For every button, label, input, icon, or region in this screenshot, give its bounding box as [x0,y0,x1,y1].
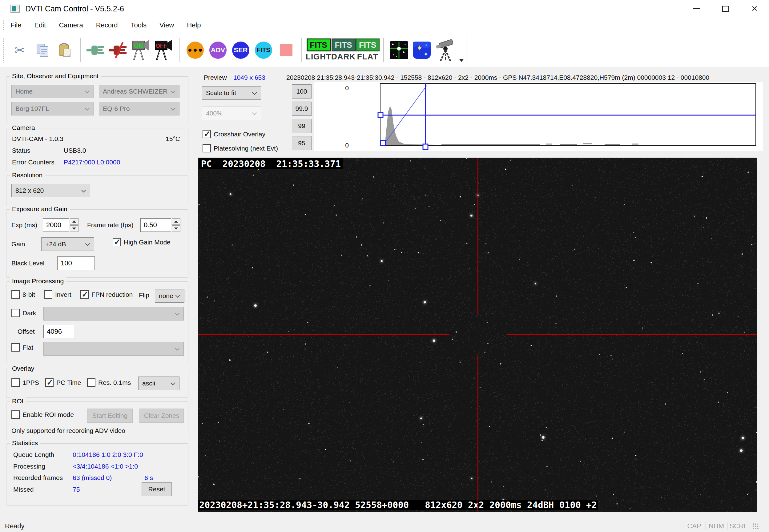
maximize-button[interactable] [711,0,740,17]
goto-telescope-button[interactable] [433,36,456,64]
histogram-plot[interactable] [380,83,756,148]
white-point-handle[interactable] [423,144,428,150]
mount-select[interactable]: EQ-6 Pro [99,102,179,115]
res01-checkbox-row[interactable]: Res. 0.1ms [87,378,131,387]
observer-select[interactable]: Andreas SCHWEIZER [99,85,179,98]
resize-grip[interactable] [752,523,759,529]
pps-checkbox[interactable] [11,378,20,387]
framerate-stepper[interactable] [172,218,180,232]
site-select-value: Home [15,88,33,95]
cut-button[interactable]: ✂ [8,36,31,64]
high-gain-checkbox-row[interactable]: High Gain Mode [113,238,171,246]
image-processing-group: Image Processing 8-bit Invert FPN reduct… [6,281,188,363]
bit8-checkbox-row[interactable]: 8-bit [11,290,35,299]
crosshair-checkbox-row[interactable]: Crosshair Overlay [203,130,265,138]
offset-input[interactable] [43,325,74,338]
close-icon: ✕ [751,5,758,13]
stretch-999-button[interactable]: 99.9 [292,102,312,116]
dark-checkbox[interactable] [11,309,20,317]
telescope-select[interactable]: Borg 107FL [11,102,94,115]
flat-file-select[interactable] [43,342,184,356]
fits-flat-button[interactable]: FITS FLAT [356,36,380,64]
bit8-checkbox[interactable] [11,290,20,299]
connect-button[interactable] [85,36,107,64]
toolbar-separator [383,38,384,62]
toolbar-drag-handle[interactable] [2,38,4,62]
paste-button[interactable] [54,36,77,64]
overlay-format-select[interactable]: ascii [138,377,179,390]
roi-enable-checkbox[interactable] [11,410,20,419]
fits-light-icon: FITS [307,38,331,51]
menu-edit[interactable]: Edit [28,17,52,33]
menu-view[interactable]: View [153,17,180,33]
menu-camera[interactable]: Camera [52,17,89,33]
black-level-input[interactable] [57,256,95,270]
level-handle[interactable] [378,113,383,118]
resolution-select[interactable]: 812 x 620 [11,184,90,197]
flat-checkbox[interactable] [11,343,20,352]
gain-select-value: +24 dB [45,240,66,248]
exposure-input[interactable] [43,218,69,232]
preview-image-area[interactable]: PC 20230208 21:35:33.371 20230208+21:35:… [198,158,757,512]
record-generic-button[interactable] [184,36,207,64]
platesolve-button[interactable]: ✦ ✦ ✦ [410,36,433,64]
fpn-checkbox-row[interactable]: FPN reduction [80,290,133,299]
record-ser-button[interactable]: SER [229,36,252,64]
menu-record[interactable]: Record [90,17,124,33]
stretch-100-button[interactable]: 100 [292,84,312,99]
star-detect-button[interactable] [388,36,410,64]
invert-checkbox-row[interactable]: Invert [44,290,71,299]
record-adv-button[interactable]: ADV [207,36,229,64]
high-gain-checkbox[interactable] [113,238,121,246]
stop-button[interactable] [275,36,298,64]
menu-file[interactable]: File [4,17,28,33]
framerate-input[interactable] [140,218,171,232]
stretch-95-button[interactable]: 95 [292,136,312,150]
toolbar-overflow-icon[interactable] [459,59,464,62]
camera-on-button[interactable]: ON [130,36,153,64]
platesolving-checkbox-row[interactable]: Platesolving (next Evt) [203,144,278,152]
image-processing-title: Image Processing [10,277,66,285]
mount-select-value: EQ-6 Pro [103,105,130,112]
fits-light-button[interactable]: FITS LIGHT [306,36,331,64]
invert-checkbox[interactable] [44,290,52,299]
menu-tools[interactable]: Tools [124,17,153,33]
copy-button[interactable] [31,36,54,64]
minimize-button[interactable] [682,0,711,17]
flip-select[interactable]: none [155,289,184,303]
stretch-99-button[interactable]: 99 [292,119,312,133]
gain-select[interactable]: +24 dB [41,237,94,251]
black-point-handle[interactable] [380,140,385,145]
flat-checkbox-row[interactable]: Flat [11,343,33,352]
dark-checkbox-row[interactable]: Dark [11,309,36,317]
fits-dark-button[interactable]: FITS DARK [331,36,356,64]
dark-file-select[interactable] [43,307,184,320]
scale-mode-value: Scale to fit [206,89,236,97]
menu-bar: File Edit Camera Record Tools View Help [0,17,769,33]
crosshair-checkbox[interactable] [203,130,211,138]
pps-checkbox-row[interactable]: 1PPS [11,378,39,387]
pctime-checkbox[interactable] [45,378,54,387]
site-select[interactable]: Home [11,85,94,98]
zoom-level-select[interactable]: 400% [202,107,261,120]
recorded-frames-value: 63 (missed 0) [73,474,112,482]
roi-start-editing-button[interactable]: Start Editing [87,409,133,423]
disconnect-button[interactable] [107,36,130,64]
fpn-checkbox[interactable] [80,290,89,299]
res01-checkbox[interactable] [87,378,95,387]
reset-button[interactable]: Reset [142,482,172,496]
platesolving-checkbox[interactable] [203,144,211,152]
dark-label: Dark [22,309,36,317]
roi-enable-checkbox-row[interactable]: Enable ROI mode [11,410,74,419]
preview-size: 1049 x 653 [233,74,265,81]
roi-clear-zones-button[interactable]: Clear Zones [139,409,184,423]
record-fits-icon: FITS [255,42,272,59]
camera-off-button[interactable]: OFF [153,36,176,64]
pctime-checkbox-row[interactable]: PC Time [45,378,81,387]
num-lock-indicator: NUM [705,522,727,530]
close-button[interactable]: ✕ [740,0,769,17]
exposure-stepper[interactable] [70,218,79,232]
menu-help[interactable]: Help [180,17,207,33]
scale-mode-select[interactable]: Scale to fit [202,86,261,100]
record-fits-button[interactable]: FITS [252,36,275,64]
